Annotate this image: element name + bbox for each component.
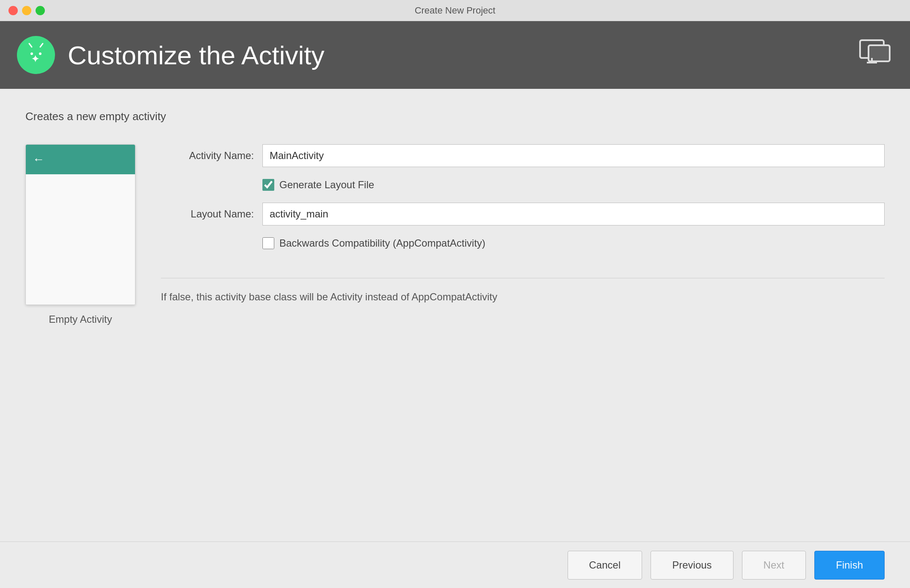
previous-button[interactable]: Previous — [651, 551, 733, 580]
generate-layout-checkbox-item: Generate Layout File — [262, 179, 374, 191]
footer: Cancel Previous Next Finish — [0, 541, 910, 588]
screen-icon — [859, 39, 893, 71]
layout-name-label: Layout Name: — [161, 208, 254, 220]
page-header: ✦ Customize the Activity — [0, 21, 910, 89]
phone-preview: ← — [25, 144, 135, 305]
phone-content-area — [26, 174, 135, 305]
android-studio-logo-icon: ✦ — [17, 36, 55, 74]
svg-text:✦: ✦ — [31, 54, 39, 64]
minimize-button[interactable] — [22, 6, 31, 15]
maximize-button[interactable] — [36, 6, 45, 15]
svg-point-4 — [39, 52, 41, 55]
activity-name-label: Activity Name: — [161, 150, 254, 162]
activity-name-row: Activity Name: — [161, 144, 885, 167]
layout-name-row: Layout Name: — [161, 203, 885, 225]
window-controls — [8, 6, 45, 15]
finish-button[interactable]: Finish — [814, 551, 885, 580]
window: Create New Project ✦ — [0, 0, 910, 588]
generate-layout-row: Generate Layout File — [262, 179, 885, 191]
preview-label: Empty Activity — [49, 313, 112, 325]
backwards-compat-checkbox[interactable] — [262, 237, 274, 249]
cancel-button[interactable]: Cancel — [568, 551, 643, 580]
form-panel: Activity Name: Generate Layout File Layo… — [161, 144, 885, 325]
activity-name-input[interactable] — [262, 144, 885, 167]
window-title: Create New Project — [415, 5, 496, 16]
content-body: ← Empty Activity Activity Name: Gen — [25, 144, 885, 325]
close-button[interactable] — [8, 6, 18, 15]
generate-layout-checkbox[interactable] — [262, 179, 274, 191]
header-left: ✦ Customize the Activity — [17, 36, 324, 74]
preview-panel: ← Empty Activity — [25, 144, 135, 325]
back-arrow-icon: ← — [33, 153, 44, 166]
backwards-compat-label: Backwards Compatibility (AppCompatActivi… — [279, 237, 485, 249]
info-text: If false, this activity base class will … — [161, 291, 885, 303]
backwards-compat-row: Backwards Compatibility (AppCompatActivi… — [262, 237, 885, 249]
section-divider — [161, 278, 885, 278]
generate-layout-label: Generate Layout File — [279, 179, 374, 191]
next-button[interactable]: Next — [742, 551, 806, 580]
backwards-compat-checkbox-item: Backwards Compatibility (AppCompatActivi… — [262, 237, 485, 249]
page-title: Customize the Activity — [68, 40, 324, 70]
phone-topbar: ← — [26, 145, 135, 174]
main-content: Creates a new empty activity ← Empty Act… — [0, 89, 910, 588]
description-text: Creates a new empty activity — [25, 110, 885, 123]
titlebar: Create New Project — [0, 0, 910, 21]
layout-name-input[interactable] — [262, 203, 885, 225]
